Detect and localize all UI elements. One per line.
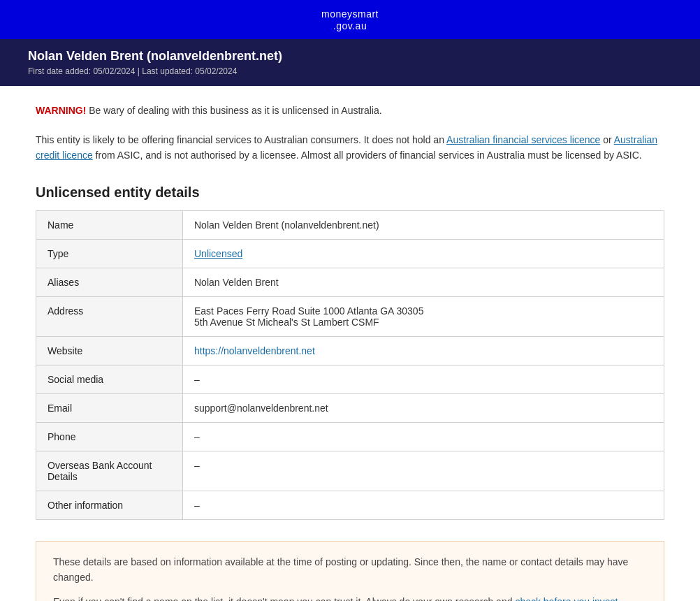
table-row: NameNolan Velden Brent (nolanveldenbrent… xyxy=(36,210,664,239)
table-cell-value: – xyxy=(183,451,664,491)
description-text: This entity is likely to be offering fin… xyxy=(36,132,664,164)
table-cell-value: – xyxy=(183,491,664,519)
desc-text3: from ASIC, and is not authorised by a li… xyxy=(96,150,642,161)
entity-banner: Nolan Velden Brent (nolanveldenbrent.net… xyxy=(0,39,700,86)
table-cell-value: – xyxy=(183,422,664,451)
table-cell-value[interactable]: Unlicensed xyxy=(183,239,664,268)
table-cell-label: Overseas Bank Account Details xyxy=(36,451,183,491)
warning-message: Be wary of dealing with this business as… xyxy=(89,105,381,116)
table-cell-value: Nolan Velden Brent (nolanveldenbrent.net… xyxy=(183,210,664,239)
table-cell-label: Website xyxy=(36,336,183,365)
table-cell-label: Email xyxy=(36,393,183,422)
top-header: moneysmart .gov.au xyxy=(0,0,700,39)
table-row: AddressEast Paces Ferry Road Suite 1000 … xyxy=(36,296,664,336)
logo-line1: moneysmart xyxy=(0,8,700,20)
address-line: East Paces Ferry Road Suite 1000 Atlanta… xyxy=(194,305,423,317)
check-before-invest-link[interactable]: check before you invest xyxy=(515,596,618,601)
section-title: Unlicensed entity details xyxy=(36,184,664,201)
table-row: Emailsupport@nolanveldenbrent.net xyxy=(36,393,664,422)
table-cell-label: Name xyxy=(36,210,183,239)
desc-text2: or xyxy=(603,134,614,145)
afs-licence-link[interactable]: Australian financial services licence xyxy=(446,134,600,145)
table-cell-label: Phone xyxy=(36,422,183,451)
info-para2-text1: Even if you can't find a name on the lis… xyxy=(53,596,515,601)
details-table: NameNolan Velden Brent (nolanveldenbrent… xyxy=(36,210,664,520)
table-row: Websitehttps://nolanveldenbrent.net xyxy=(36,336,664,365)
warning-text: WARNING! Be wary of dealing with this bu… xyxy=(36,103,664,118)
info-para2: Even if you can't find a name on the lis… xyxy=(53,594,647,601)
table-row: Social media– xyxy=(36,365,664,393)
type-link[interactable]: Unlicensed xyxy=(194,248,242,259)
logo-line2: .gov.au xyxy=(0,20,700,32)
table-cell-label: Aliases xyxy=(36,268,183,296)
site-logo: moneysmart .gov.au xyxy=(0,8,700,32)
entity-meta: First date added: 05/02/2024 | Last upda… xyxy=(28,66,672,76)
table-cell-label: Social media xyxy=(36,365,183,393)
table-cell-value: – xyxy=(183,365,664,393)
table-row: Overseas Bank Account Details– xyxy=(36,451,664,491)
info-para1: These details are based on information a… xyxy=(53,554,647,586)
address-line: 5th Avenue St Micheal's St Lambert CSMF xyxy=(194,317,379,328)
table-row: AliasesNolan Velden Brent xyxy=(36,268,664,296)
table-cell-value: East Paces Ferry Road Suite 1000 Atlanta… xyxy=(183,296,664,336)
main-content: WARNING! Be wary of dealing with this bu… xyxy=(15,86,685,601)
table-cell-label: Address xyxy=(36,296,183,336)
table-cell-value: support@nolanveldenbrent.net xyxy=(183,393,664,422)
table-cell-value: Nolan Velden Brent xyxy=(183,268,664,296)
desc-text1: This entity is likely to be offering fin… xyxy=(36,134,446,145)
table-row: Other information– xyxy=(36,491,664,519)
table-cell-value[interactable]: https://nolanveldenbrent.net xyxy=(183,336,664,365)
warning-box: WARNING! Be wary of dealing with this bu… xyxy=(36,103,664,118)
warning-label: WARNING! xyxy=(36,105,86,116)
info-box: These details are based on information a… xyxy=(36,541,664,601)
table-cell-label: Type xyxy=(36,239,183,268)
entity-name: Nolan Velden Brent (nolanveldenbrent.net… xyxy=(28,49,672,64)
table-row: Phone– xyxy=(36,422,664,451)
table-cell-label: Other information xyxy=(36,491,183,519)
table-row: TypeUnlicensed xyxy=(36,239,664,268)
website-link[interactable]: https://nolanveldenbrent.net xyxy=(194,345,315,356)
